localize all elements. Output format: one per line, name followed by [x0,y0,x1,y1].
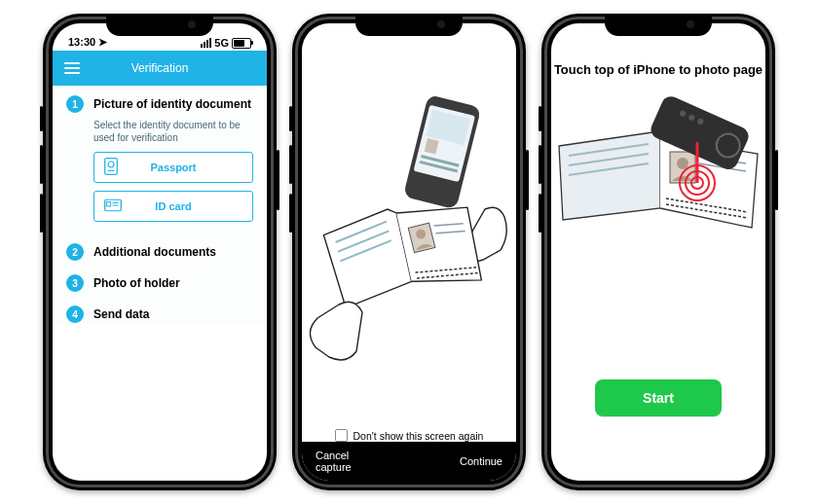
continue-button[interactable]: Continue [460,455,502,467]
step-number: 1 [66,95,84,113]
svg-rect-0 [105,159,118,175]
step-title: Additional documents [93,243,216,261]
signal-icon [201,38,211,48]
app-bar: Verification [53,51,267,86]
page-title: Verification [53,61,267,75]
capture-illustration [302,49,516,413]
step-title: Photo of holder [93,274,180,292]
status-network: 5G [214,37,229,49]
svg-rect-4 [107,202,111,207]
step-title: Send data [93,306,149,323]
step-2[interactable]: 2 Additional documents [66,243,253,261]
svg-point-26 [677,158,688,169]
instruction-title: Touch top of iPhone to photo page [551,62,765,77]
passport-icon [104,158,118,177]
dont-show-row[interactable]: Don't show this screen again [302,429,516,442]
step-number: 2 [66,243,84,261]
phone-capture-instructions: Don't show this screen again Cancel capt… [292,14,526,490]
dont-show-label: Don't show this screen again [353,430,484,442]
svg-point-1 [108,162,114,167]
start-label: Start [643,390,674,406]
cancel-capture-button[interactable]: Cancel capture [316,450,352,473]
idcard-icon [104,199,122,214]
step-4[interactable]: 4 Send data [66,306,253,323]
status-time: 13:30 [68,36,95,48]
nfc-illustration [551,93,765,259]
phone-verification-steps: 13:30 ➤ 5G Verification 1 Picture of ide… [43,14,277,490]
step-1: 1 Picture of identity document Select th… [66,95,253,230]
option-label: ID card [155,200,191,212]
phone-nfc-scan: Touch top of iPhone to photo page [541,14,775,490]
option-passport[interactable]: Passport [93,152,253,183]
step-number: 4 [66,306,84,323]
option-label: Passport [150,162,196,173]
step-title: Picture of identity document [93,95,253,113]
checkbox-icon[interactable] [335,429,348,442]
bottom-bar: Cancel capture Continue [302,442,516,481]
step-number: 3 [66,274,84,292]
step-description: Select the identity document to be used … [93,119,253,144]
option-idcard[interactable]: ID card [93,191,253,222]
step-3[interactable]: 3 Photo of holder [66,274,253,292]
battery-icon [232,38,251,49]
start-button[interactable]: Start [595,379,722,416]
